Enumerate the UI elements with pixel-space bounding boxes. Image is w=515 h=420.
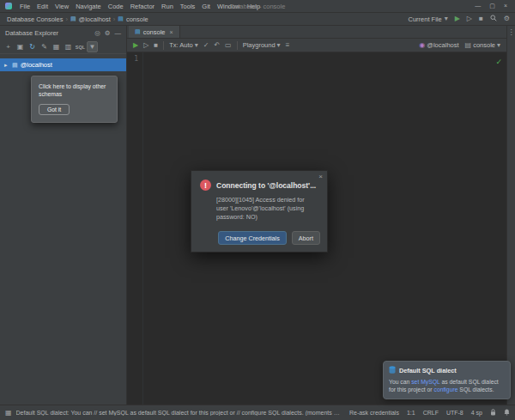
line-ending-widget[interactable]: CRLF bbox=[423, 410, 439, 416]
stop-query-button[interactable]: ■ bbox=[154, 42, 158, 49]
console-file-icon: ▤ bbox=[118, 15, 124, 22]
menu-navigate[interactable]: Navigate bbox=[72, 3, 105, 10]
notification-text: You can bbox=[389, 379, 411, 385]
error-icon: ! bbox=[200, 180, 211, 191]
search-everywhere-icon[interactable] bbox=[490, 15, 497, 23]
navigation-bar: Database Consoles › ▤ @localhost › ▤ con… bbox=[0, 13, 515, 26]
got-it-text: Click here to display other schemas bbox=[39, 82, 112, 98]
hide-panel-icon[interactable]: — bbox=[115, 29, 122, 37]
encoding-widget[interactable]: UTF-8 bbox=[446, 410, 464, 416]
window-controls: — ▢ × bbox=[475, 3, 512, 9]
sql-dialect-notification: Default SQL dialect You can set MySQL as… bbox=[383, 361, 511, 399]
session-selector[interactable]: ◉ @localhost bbox=[419, 41, 458, 49]
menu-refactor[interactable]: Refactor bbox=[127, 3, 158, 10]
stop-button[interactable]: ■ bbox=[479, 15, 483, 22]
console-toolbar-right: ◉ @localhost ▤ console ▾ bbox=[419, 41, 500, 49]
close-button[interactable]: × bbox=[504, 3, 507, 9]
rollback-button[interactable]: ↶ bbox=[214, 42, 220, 49]
abort-button[interactable]: Abort bbox=[292, 231, 320, 245]
run-configuration-selector[interactable]: Current File ▾ bbox=[408, 15, 447, 23]
status-bar: ▦ Default SQL dialect: You can // set My… bbox=[0, 405, 515, 420]
menu-edit[interactable]: Edit bbox=[33, 3, 52, 10]
breadcrumb-separator-icon: › bbox=[112, 15, 117, 23]
database-notification-icon bbox=[389, 366, 396, 375]
tree-item-localhost[interactable]: ▸ ▤ @localhost bbox=[0, 58, 126, 71]
database-explorer-toolbar: + ▣ ↻ ✎ ▦ ▥ SQL ▼ bbox=[0, 40, 126, 54]
menu-tools[interactable]: Tools bbox=[177, 3, 199, 10]
database-explorer-title: Database Explorer bbox=[5, 29, 58, 37]
title-bar: File Edit View Navigate Code Refactor Ru… bbox=[0, 0, 515, 13]
table-view-button[interactable]: ▦ bbox=[51, 41, 62, 52]
connection-error-dialog: × ! Connecting to '@localhost'... [28000… bbox=[191, 170, 328, 253]
chevron-down-icon: ▾ bbox=[445, 15, 448, 22]
panel-settings-gear-icon[interactable]: ⚙ bbox=[105, 29, 111, 37]
sql-generator-button[interactable]: SQL bbox=[75, 41, 86, 52]
locate-target-icon[interactable]: ◎ bbox=[94, 29, 100, 37]
breadcrumb-console[interactable]: console bbox=[124, 15, 150, 23]
breadcrumb-localhost[interactable]: @localhost bbox=[77, 15, 112, 23]
menu-view[interactable]: View bbox=[52, 3, 72, 10]
chevron-right-icon[interactable]: ▸ bbox=[4, 62, 12, 69]
data-view-button[interactable]: ▥ bbox=[63, 41, 74, 52]
schema-filter-button[interactable]: ▼ bbox=[87, 41, 98, 52]
tx-mode-selector[interactable]: Tx: Auto ▾ bbox=[169, 41, 198, 49]
dialog-title: Connecting to '@localhost'... bbox=[216, 181, 316, 190]
maximize-button[interactable]: ▢ bbox=[489, 3, 495, 9]
output-options-icon[interactable]: ≡ bbox=[286, 42, 290, 49]
debug-button[interactable]: ▷ bbox=[467, 15, 472, 22]
indent-widget[interactable]: 4 sp bbox=[471, 410, 482, 416]
readonly-lock-icon[interactable] bbox=[490, 409, 496, 417]
commit-button[interactable]: ✓ bbox=[203, 42, 209, 49]
menu-file[interactable]: File bbox=[16, 3, 33, 10]
more-options-icon[interactable]: ⋮ bbox=[508, 28, 515, 36]
refresh-button[interactable]: ↻ bbox=[27, 41, 38, 52]
clear-console-button[interactable]: ▭ bbox=[225, 42, 232, 49]
menu-run[interactable]: Run bbox=[158, 3, 177, 10]
toolbar-divider bbox=[163, 41, 164, 50]
execute-all-button[interactable]: ▷ bbox=[143, 42, 148, 49]
console-toolbar: ▶ ▷ ■ Tx: Auto ▾ ✓ ↶ ▭ Playground ▾ ≡ bbox=[127, 39, 506, 52]
menu-git[interactable]: Git bbox=[198, 3, 214, 10]
got-it-button[interactable]: Got it bbox=[39, 104, 70, 115]
menu-bar: File Edit View Navigate Code Refactor Ru… bbox=[16, 3, 264, 10]
session-label: @localhost bbox=[427, 41, 458, 49]
layout-toggle-icon[interactable]: ▦ bbox=[5, 409, 12, 417]
change-credentials-button[interactable]: Change Credentials bbox=[218, 231, 287, 245]
tx-mode-label: Tx: Auto bbox=[169, 41, 193, 49]
database-explorer-header: Database Explorer ◎ ⚙ — bbox=[0, 26, 126, 40]
breadcrumb-database-consoles[interactable]: Database Consoles bbox=[5, 15, 64, 23]
run-button[interactable]: ▶ bbox=[455, 15, 460, 22]
playground-selector[interactable]: Playground ▾ bbox=[243, 41, 281, 49]
reask-credentials-widget[interactable]: Re-ask credentials bbox=[349, 410, 399, 416]
dialog-buttons: Change Credentials Abort bbox=[200, 231, 320, 245]
notification-text: SQL dialects. bbox=[457, 387, 494, 393]
navbar-right-actions: Current File ▾ ▶ ▷ ■ ⚙ bbox=[408, 15, 510, 23]
tab-close-icon[interactable]: × bbox=[169, 29, 173, 35]
window-title: Database - console bbox=[230, 3, 286, 10]
dialog-close-icon[interactable]: × bbox=[318, 173, 323, 180]
console-selector-label: console bbox=[473, 41, 495, 49]
database-icon: ▤ bbox=[12, 62, 18, 69]
menu-code[interactable]: Code bbox=[105, 3, 127, 10]
tab-console[interactable]: ▤ console × bbox=[129, 26, 180, 38]
duplicate-button[interactable]: ▣ bbox=[15, 41, 26, 52]
tab-label: console bbox=[143, 28, 166, 36]
edit-source-button[interactable]: ✎ bbox=[39, 41, 50, 52]
line-number: 1 bbox=[134, 55, 138, 63]
console-selector[interactable]: ▤ console ▾ bbox=[465, 41, 500, 49]
toolbar-divider bbox=[237, 41, 238, 50]
run-query-button[interactable]: ▶ bbox=[133, 42, 138, 49]
dialog-header: ! Connecting to '@localhost'... bbox=[200, 180, 320, 191]
notification-body: You can set MySQL as default SQL dialect… bbox=[389, 378, 505, 393]
status-message[interactable]: Default SQL dialect: You can // set MySQ… bbox=[16, 410, 342, 416]
notification-header: Default SQL dialect bbox=[389, 366, 505, 375]
inspections-ok-icon[interactable]: ✓ bbox=[495, 58, 502, 66]
minimize-button[interactable]: — bbox=[475, 3, 481, 9]
settings-gear-icon[interactable]: ⚙ bbox=[504, 15, 510, 22]
set-mysql-link[interactable]: set MySQL bbox=[411, 379, 439, 385]
configure-link[interactable]: configure bbox=[434, 387, 458, 393]
notifications-bell-icon[interactable] bbox=[504, 409, 510, 417]
add-datasource-button[interactable]: + bbox=[3, 41, 14, 52]
got-it-tooltip: Click here to display other schemas Got … bbox=[31, 76, 118, 123]
caret-position-widget[interactable]: 1:1 bbox=[407, 410, 415, 416]
